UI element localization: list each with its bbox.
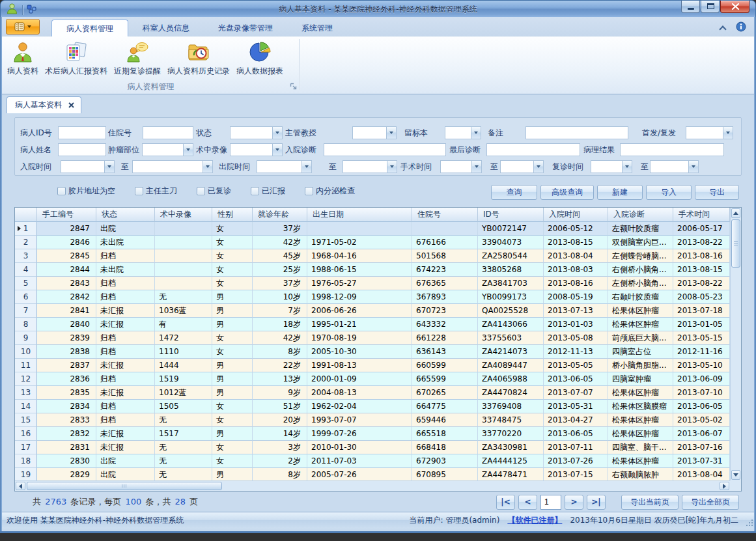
first-page-button[interactable]: |< — [496, 495, 515, 510]
column-header[interactable]: ID号 — [478, 208, 544, 222]
ribbon-tab[interactable]: 科室人员信息 — [128, 20, 204, 36]
filter-input[interactable] — [58, 126, 106, 139]
ribbon-tab[interactable]: 光盘录像带管理 — [204, 20, 287, 36]
ribbon-button[interactable]: 近期复诊提醒 — [113, 38, 162, 78]
row-header-cell[interactable]: 4 — [15, 263, 37, 277]
filter-checkbox[interactable]: 内分泌检查 — [305, 186, 355, 197]
row-header-cell[interactable]: 3 — [15, 249, 37, 263]
table-row[interactable]: 122836归档1519男13岁2000-01-09665599ZA406598… — [15, 372, 730, 386]
filter-combo[interactable] — [132, 160, 213, 173]
row-header-cell[interactable]: 19 — [15, 468, 37, 480]
filter-input[interactable] — [58, 143, 106, 156]
row-header-cell[interactable]: 15 — [15, 413, 37, 427]
column-header[interactable]: 手工编号 — [37, 208, 96, 222]
filter-input[interactable] — [143, 126, 193, 139]
filter-combo[interactable] — [142, 143, 193, 156]
table-row[interactable]: 32845归档女45岁1968-04-16501568ZA25805442013… — [15, 249, 730, 263]
combo-dropdown-button[interactable] — [471, 127, 481, 139]
combo-dropdown-button[interactable] — [387, 161, 397, 173]
row-header-cell[interactable]: 7 — [15, 304, 37, 318]
close-tab-icon[interactable] — [68, 102, 74, 108]
row-header-cell[interactable]: 1 — [15, 222, 37, 236]
row-header-cell[interactable]: 13 — [15, 386, 37, 400]
filter-combo[interactable] — [230, 143, 283, 156]
column-header[interactable]: 入院诊断 — [608, 208, 673, 222]
scroll-left-button[interactable] — [16, 482, 25, 490]
filter-input[interactable] — [486, 143, 580, 156]
checkbox-icon[interactable] — [135, 187, 143, 195]
column-header[interactable]: 住院号 — [412, 208, 478, 222]
filter-checkbox[interactable]: 已复诊 — [197, 186, 231, 197]
horizontal-scrollbar[interactable] — [15, 480, 730, 491]
action-button[interactable]: 导出 — [695, 185, 739, 200]
combo-dropdown-button[interactable] — [533, 161, 543, 173]
ribbon-button[interactable]: 病人数据报表 — [235, 38, 285, 78]
combo-dropdown-button[interactable] — [301, 161, 311, 173]
ribbon-button[interactable]: 病人资料历史记录 — [166, 38, 231, 78]
filter-checkbox[interactable]: 已汇报 — [251, 186, 285, 197]
combo-dropdown-button[interactable] — [272, 144, 282, 156]
combo-dropdown-button[interactable] — [688, 161, 698, 173]
filter-input[interactable] — [324, 143, 446, 156]
dialog-launcher-icon[interactable] — [289, 83, 298, 91]
collapse-ribbon-icon[interactable] — [719, 25, 726, 33]
export-all-pages-button[interactable]: 导出全部页 — [682, 495, 739, 510]
filter-combo[interactable] — [440, 160, 482, 173]
filter-combo[interactable] — [257, 160, 312, 173]
combo-dropdown-button[interactable] — [622, 161, 632, 173]
scroll-down-button[interactable] — [731, 470, 740, 480]
filter-input[interactable] — [525, 126, 628, 139]
checkbox-icon[interactable] — [57, 187, 66, 195]
close-button[interactable] — [720, 1, 749, 13]
column-header[interactable]: 入院时间 — [544, 208, 608, 222]
license-link[interactable]: 【软件已注册】 — [507, 515, 562, 526]
horizontal-scroll-thumb[interactable] — [27, 482, 222, 490]
action-button[interactable]: 导入 — [646, 185, 692, 200]
row-header-cell[interactable]: 9 — [15, 331, 37, 345]
minimize-button[interactable] — [681, 1, 700, 13]
checkbox-icon[interactable] — [197, 187, 205, 195]
info-icon[interactable] — [736, 21, 746, 35]
column-header[interactable]: 状态 — [96, 208, 155, 222]
filter-combo[interactable] — [61, 160, 115, 173]
scroll-up-button[interactable] — [731, 208, 740, 218]
resize-grip[interactable] — [746, 520, 753, 526]
table-row[interactable]: 52843归档女37岁1976-05-27676365ZA38417032013… — [15, 277, 730, 290]
table-row[interactable]: 152833归档无女20岁1993-07-0765944633748475201… — [15, 413, 730, 427]
row-header-cell[interactable]: 10 — [15, 345, 37, 359]
filter-combo[interactable] — [343, 160, 397, 173]
table-row[interactable]: 22846未出院女42岁1971-05-02676166339040732013… — [15, 236, 730, 249]
maximize-button[interactable] — [701, 1, 720, 13]
export-current-page-button[interactable]: 导出当前页 — [621, 495, 679, 510]
column-header[interactable]: 性别 — [212, 208, 253, 222]
table-row[interactable]: 42844未出院女25岁1988-06-15674223338052682013… — [15, 263, 730, 277]
document-tab[interactable]: 病人基本资料 — [7, 96, 81, 113]
table-row[interactable]: 162832未汇报1517男14岁1999-07-266655183377022… — [15, 427, 730, 441]
action-button[interactable]: 新建 — [597, 185, 643, 200]
checkbox-icon[interactable] — [251, 187, 259, 195]
combo-dropdown-button[interactable] — [471, 161, 481, 173]
table-row[interactable]: 142834归档1505女51岁1962-02-0466477533769408… — [15, 400, 730, 413]
filter-combo[interactable] — [445, 126, 481, 139]
combo-dropdown-button[interactable] — [183, 144, 193, 156]
vertical-scroll-thumb[interactable] — [731, 219, 740, 268]
row-header-cell[interactable]: 6 — [15, 290, 37, 304]
row-header-cell[interactable]: 18 — [15, 454, 37, 468]
checkbox-icon[interactable] — [305, 187, 313, 195]
table-row[interactable]: 102838归档1110女8岁2005-10-30636143ZA4214073… — [15, 345, 730, 359]
ribbon-tab[interactable]: 病人资料管理 — [51, 20, 128, 36]
previous-page-button[interactable]: < — [518, 495, 537, 510]
table-row[interactable]: 132835未汇报1012蓝男9岁2004-08-13670265ZA44708… — [15, 386, 730, 400]
table-row[interactable]: 182830出院无女2岁2011-07-03672903ZA4444125201… — [15, 454, 730, 468]
table-row[interactable]: 72841未汇报1036蓝男7岁2006-06-26670723QA002552… — [15, 304, 730, 318]
column-header[interactable]: 就诊年龄 — [253, 208, 307, 222]
filter-input[interactable] — [620, 143, 724, 156]
title-bar[interactable]: 病人基本资料 - 某某医院神经外科-神经外科数据管理系统 — [0, 0, 756, 17]
filter-combo[interactable] — [686, 126, 733, 139]
next-page-button[interactable]: > — [565, 495, 583, 510]
combo-dropdown-button[interactable] — [723, 127, 733, 139]
filter-checkbox[interactable]: 胶片地址为空 — [57, 186, 115, 197]
row-header-cell[interactable]: 16 — [15, 427, 37, 441]
row-header-cell[interactable]: 17 — [15, 441, 37, 454]
column-header[interactable] — [15, 208, 37, 222]
